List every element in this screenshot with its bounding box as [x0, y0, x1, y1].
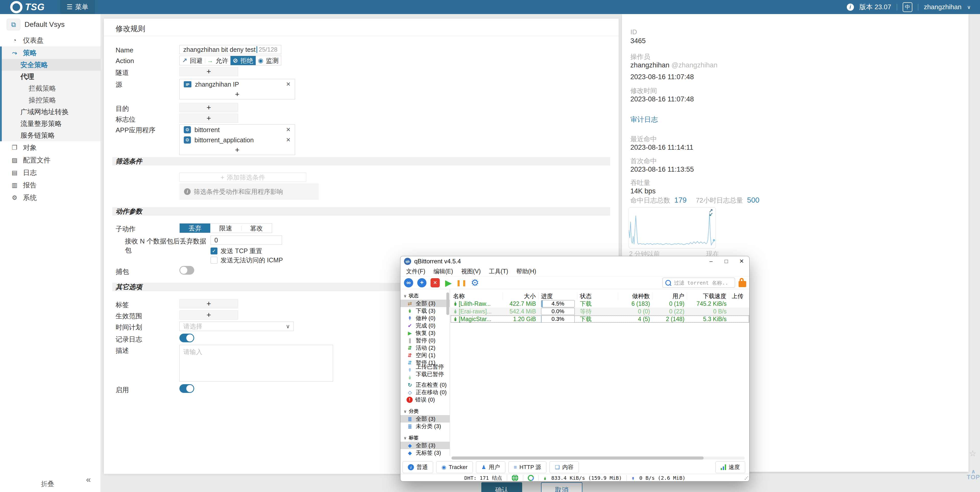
horizontal-scrollbar[interactable] [452, 457, 745, 460]
filter-checking[interactable]: ↻正在检查 (0) [401, 381, 450, 388]
menu-help[interactable]: 帮助(H) [512, 267, 540, 275]
minimize-button[interactable]: – [703, 256, 719, 267]
pause-icon[interactable]: ❚❚ [457, 278, 466, 288]
info-icon[interactable]: i [847, 3, 854, 11]
tcp-reset-checkbox[interactable]: ✓ [210, 248, 218, 254]
sidebar-item-system[interactable]: ⚙ 系统 [0, 191, 100, 204]
close-button[interactable]: ✕ [734, 256, 749, 267]
sidebar-item-dashboard[interactable]: ◔ 仪表盘 [0, 34, 100, 46]
add-flag-button[interactable]: + [180, 114, 238, 123]
sidebar-item-security-policy[interactable]: 安全策略 [2, 59, 100, 71]
remove-icon[interactable]: ✕ [286, 137, 291, 143]
sidebar-item-intercept-policy[interactable]: 拦截策略 [2, 83, 100, 94]
subaction-ratelimit-button[interactable]: 限速 [210, 224, 241, 233]
sidebar-item-traffic-shaping[interactable]: 流量整形策略 [2, 118, 100, 129]
name-input[interactable]: zhangzhihan bit deny test 25/128 [180, 45, 281, 54]
filter-downloading[interactable]: ↡下载 (3) [401, 307, 450, 315]
logging-toggle[interactable] [180, 334, 194, 342]
language-switch-icon[interactable]: 中 [903, 2, 912, 12]
col-progress[interactable]: 进度 [538, 292, 577, 300]
col-status[interactable]: 状态 [577, 292, 618, 300]
filter-active[interactable]: ⇵活动 (2) [401, 344, 450, 351]
remove-icon[interactable]: ✕ [286, 126, 291, 133]
enable-toggle[interactable] [180, 384, 194, 393]
filter-moving[interactable]: ◇正在移动 (0) [401, 388, 450, 396]
collapse-chevron-icon[interactable]: « [86, 474, 91, 484]
filter-all[interactable]: ⇄全部 (3) [401, 300, 450, 307]
add-filter-condition-button[interactable]: + 添加筛选条件 [180, 173, 306, 182]
remove-icon[interactable]: ✕ [286, 81, 291, 88]
resize-grip[interactable] [745, 476, 748, 480]
tab-speed[interactable]: 速度 [715, 462, 745, 473]
col-seeds[interactable]: 做种数 [618, 292, 652, 300]
audit-log-link[interactable]: 审计日志 [630, 115, 658, 124]
chevron-down-icon[interactable]: ∨ [967, 4, 971, 10]
tab-trackers[interactable]: ◉Tracker [436, 462, 473, 473]
schedule-select[interactable]: 请选择 ∨ [180, 322, 294, 331]
tab-general[interactable]: i普通 [402, 462, 433, 473]
delete-torrent-icon[interactable]: ✕ [431, 278, 440, 288]
add-torrent-link-icon[interactable]: ∞ [404, 278, 413, 288]
cancel-button[interactable]: 取消 [541, 482, 582, 492]
torrent-row[interactable]: ↡[Lilith-Raw... 422.7 MiB 4.5% 下载 6 (183… [450, 300, 749, 308]
subaction-drop-button[interactable]: 丢弃 [180, 224, 210, 233]
npackets-input[interactable] [210, 235, 282, 245]
tab-http-sources[interactable]: ≡HTTP 源 [508, 462, 546, 473]
menu-edit[interactable]: 编辑(E) [429, 267, 457, 275]
sidebar-item-profiles[interactable]: ▨ 配置文件 [0, 154, 100, 166]
status-filter-header[interactable]: ∨ 状态 [401, 292, 450, 300]
sidebar-item-policy[interactable]: ⤳ 策略 [2, 46, 100, 59]
maximize-button[interactable]: □ [719, 256, 734, 267]
action-deny-button[interactable]: ⊘ 拒绝 [231, 56, 256, 65]
subaction-tamper-button[interactable]: 篡改 [241, 224, 272, 233]
filter-paused[interactable]: ∥暂停 (0) [401, 337, 450, 344]
connection-status-icon[interactable] [527, 474, 535, 481]
action-monitor-button[interactable]: ◉ 监测 [256, 56, 281, 65]
description-textarea[interactable] [180, 345, 333, 382]
add-destination-button[interactable]: + [180, 103, 238, 112]
add-source-button[interactable]: + [180, 89, 295, 99]
main-menu-button[interactable]: ☰ 菜单 [60, 0, 95, 14]
filter-errored[interactable]: !错误 (0) [401, 396, 450, 403]
category-all[interactable]: ≣全部 (3) [401, 415, 450, 423]
action-allow-button[interactable]: → 允许 [205, 56, 230, 65]
col-size[interactable]: 大小 [503, 292, 538, 300]
sidebar-item-service-chain[interactable]: 服务链策略 [2, 129, 100, 141]
window-title-bar[interactable]: qb qBittorrent v4.5.4 – □ ✕ [401, 256, 749, 267]
sidebar-item-control-policy[interactable]: 操控策略 [2, 94, 100, 106]
add-torrent-file-icon[interactable]: + [417, 278, 426, 288]
vsys-selector[interactable]: ⧉ Default Vsys [0, 14, 100, 34]
lock-icon[interactable] [738, 281, 746, 287]
filter-resumed[interactable]: ▶恢复 (3) [401, 329, 450, 337]
category-filter-header[interactable]: ∨ 分类 [401, 407, 450, 415]
sidebar-item-logs[interactable]: ▤ 日志 [0, 166, 100, 179]
torrent-search-box[interactable] [662, 278, 735, 288]
tag-all[interactable]: ◆全部 (3) [401, 442, 450, 449]
app-item[interactable]: ⚙ bittorrent ✕ [180, 125, 295, 135]
filter-stalled-downloading[interactable]: ↡下载已暂停 ... [401, 374, 450, 381]
favorite-star-icon[interactable]: ☆ [969, 449, 977, 458]
confirm-button[interactable]: 确认 [481, 482, 522, 492]
menu-tools[interactable]: 工具(T) [485, 267, 512, 275]
search-input[interactable] [673, 280, 728, 286]
tab-peers[interactable]: ♟用户 [476, 462, 505, 473]
sidebar-item-wan-nat[interactable]: 广域网地址转换 [2, 106, 100, 118]
capture-toggle[interactable] [180, 266, 194, 275]
sidebar-item-proxy[interactable]: 代理 [2, 71, 100, 83]
add-tunnel-button[interactable]: + [180, 67, 238, 76]
source-item[interactable]: IP zhangzhihan IP ✕ [180, 79, 295, 89]
filter-completed[interactable]: ✔完成 (0) [401, 322, 450, 329]
torrent-row[interactable]: ↡[Erai-raws]... 542.4 MiB 0.0% 等待 0 (0) … [450, 308, 749, 315]
add-app-button[interactable]: + [180, 145, 295, 155]
col-upload[interactable]: 上传 [729, 292, 749, 300]
add-tag-button[interactable]: + [180, 299, 238, 308]
sidebar-item-reports[interactable]: ▥ 报告 [0, 179, 100, 191]
col-dlspeed[interactable]: 下载速度 [687, 292, 729, 300]
col-users[interactable]: 用户 [652, 292, 687, 300]
menu-view[interactable]: 视图(V) [457, 267, 485, 275]
app-item[interactable]: ⚙ bittorrent_application ✕ [180, 135, 295, 145]
action-bypass-button[interactable]: ↗ 回避 [180, 56, 205, 65]
options-gear-icon[interactable]: ⚙ [470, 278, 479, 288]
expand-icon[interactable]: ↗↙ [709, 209, 713, 216]
category-uncategorized[interactable]: ≣未分类 (3) [401, 423, 450, 430]
